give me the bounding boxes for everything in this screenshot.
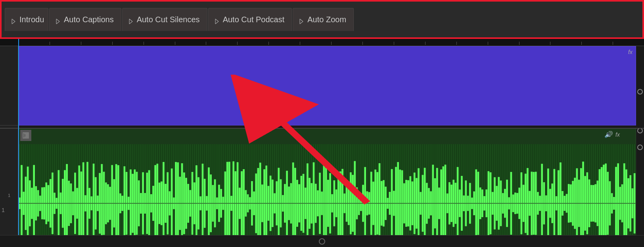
timeline-container: 1: [0, 37, 644, 235]
tick-12: [362, 42, 394, 45]
audio-fx-area: 🔊 fx: [604, 131, 620, 138]
tick-19: [581, 42, 613, 45]
audio-track-header: [20, 130, 31, 141]
tick-1: [18, 42, 50, 45]
tick-17: [519, 42, 550, 45]
tab-icon-zoom: [299, 17, 304, 23]
playhead[interactable]: [18, 37, 19, 235]
tick-14: [425, 42, 456, 45]
right-handle-video[interactable]: [637, 89, 643, 95]
tab-icon-captions: [55, 17, 61, 23]
track-number: 1: [2, 207, 5, 213]
speaker-icon: 🔊: [604, 131, 612, 138]
audio-track-icon: [20, 130, 31, 141]
bottom-bar: [0, 235, 644, 247]
right-handle-separator[interactable]: [637, 128, 643, 133]
tick-2: [50, 42, 81, 45]
right-handle-audio[interactable]: [637, 145, 643, 150]
audio-track-label: 1: [0, 128, 18, 247]
tick-9: [268, 42, 300, 45]
tab-auto-captions[interactable]: Auto Captions: [49, 8, 121, 31]
tab-icon-silences: [128, 17, 134, 23]
tick-15: [456, 42, 488, 45]
tab-icon-intro: [11, 17, 16, 23]
ruler[interactable]: [0, 37, 644, 46]
tab-auto-cut-podcast[interactable]: Auto Cut Podcast: [208, 8, 292, 31]
ruler-ticks: [0, 37, 644, 46]
tick-8: [237, 42, 268, 45]
video-track-label: [0, 46, 18, 125]
tab-bar: Introdu Auto Captions Auto Cut Silences …: [2, 2, 642, 37]
svg-rect-0: [23, 132, 29, 139]
tick-5: [144, 42, 175, 45]
tick-11: [331, 42, 362, 45]
waveform-container: [19, 144, 636, 247]
tick-13: [394, 42, 425, 45]
tab-intro[interactable]: Introdu: [5, 8, 48, 31]
audio-track[interactable]: 🔊 fx: [18, 128, 636, 247]
tab-icon-podcast: [214, 17, 220, 23]
tick-18: [550, 42, 581, 45]
waveform-canvas: [19, 144, 636, 247]
tick-6: [175, 42, 206, 45]
tick-10: [300, 42, 331, 45]
bottom-center-circle[interactable]: [319, 238, 325, 245]
video-fx-label: fx: [628, 49, 632, 55]
tick-4: [112, 42, 144, 45]
tick-3: [81, 42, 112, 45]
tab-auto-zoom[interactable]: Auto Zoom: [293, 8, 354, 31]
tick-7: [206, 42, 237, 45]
tick-20: [613, 42, 644, 45]
tick-16: [488, 42, 519, 45]
ruler-line: [0, 37, 644, 38]
video-track[interactable]: fx: [18, 46, 636, 125]
tab-auto-cut-silences[interactable]: Auto Cut Silences: [122, 8, 207, 31]
track-separator: [0, 128, 644, 129]
